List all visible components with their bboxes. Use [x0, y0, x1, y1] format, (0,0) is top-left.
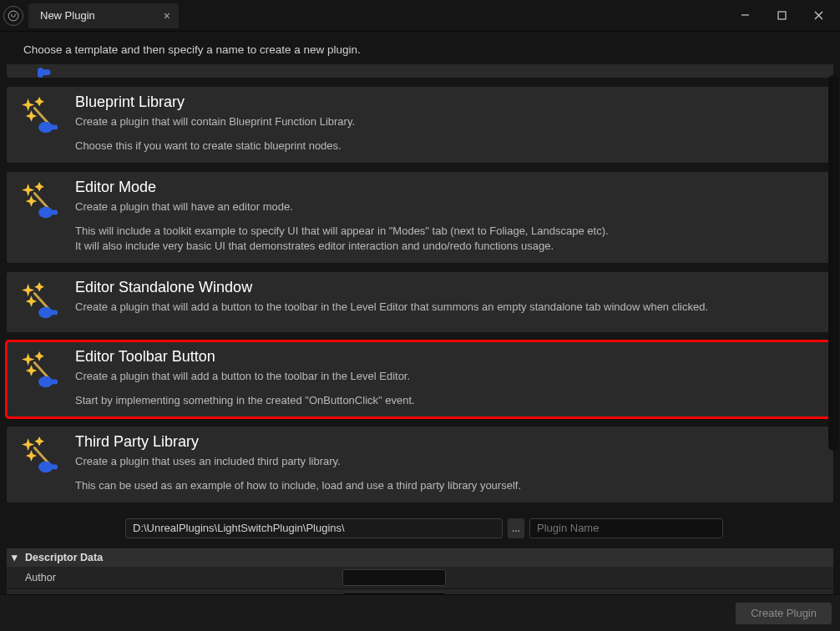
svg-marker-26	[34, 351, 44, 361]
svg-marker-32	[34, 437, 44, 447]
svg-marker-8	[34, 97, 44, 107]
close-button[interactable]	[800, 3, 837, 28]
browse-label: ...	[512, 522, 520, 534]
template-item-partial[interactable]	[7, 64, 833, 78]
wand-icon	[18, 279, 63, 324]
author-label: Author	[7, 572, 342, 583]
svg-rect-24	[51, 310, 58, 316]
template-item-editor-standalone-window[interactable]: Editor Standalone Window Create a plugin…	[7, 272, 833, 332]
wand-icon	[18, 348, 63, 409]
svg-rect-36	[51, 464, 58, 469]
tab-title: New Plugin	[40, 9, 95, 22]
descriptor-data-header[interactable]: ▾ Descriptor Data	[7, 548, 833, 567]
svg-marker-15	[26, 195, 37, 206]
section-label: Descriptor Data	[25, 552, 103, 563]
template-desc: Create a plugin that will have an editor…	[75, 199, 823, 215]
template-desc: Create a plugin that will contain Bluepr…	[75, 114, 823, 130]
wand-icon	[18, 179, 63, 255]
template-list: Blueprint Library Create a plugin that w…	[0, 64, 840, 502]
browse-button[interactable]: ...	[508, 518, 524, 538]
svg-marker-19	[22, 284, 34, 296]
svg-rect-18	[51, 209, 58, 215]
template-title: Blueprint Library	[75, 93, 823, 111]
path-name-row: ...	[0, 512, 840, 540]
plugin-path-input[interactable]	[125, 518, 503, 538]
window-controls	[726, 3, 837, 28]
maximize-button[interactable]	[763, 3, 800, 28]
template-desc: Create a plugin that will add a button t…	[75, 300, 823, 316]
app-logo-icon	[3, 6, 23, 26]
plugin-name-input[interactable]	[529, 518, 723, 538]
svg-marker-14	[34, 182, 44, 192]
svg-rect-2	[778, 12, 786, 19]
instruction-text: Choose a template and then specify a nam…	[0, 32, 840, 64]
author-row: Author	[7, 567, 833, 589]
create-plugin-label: Create Plugin	[751, 607, 817, 619]
svg-marker-25	[22, 353, 34, 366]
template-extra: Choose this if you want to create static…	[75, 139, 823, 154]
template-item-third-party-library[interactable]: Third Party Library Create a plugin that…	[7, 427, 833, 502]
svg-marker-33	[26, 450, 37, 461]
svg-marker-20	[34, 282, 44, 292]
template-title: Editor Standalone Window	[75, 279, 823, 296]
svg-point-0	[8, 11, 18, 21]
tab-close-icon[interactable]: ×	[164, 9, 170, 23]
svg-marker-31	[22, 438, 34, 451]
tab-new-plugin[interactable]: New Plugin ×	[28, 3, 179, 28]
template-extra: This will include a toolkit example to s…	[75, 224, 823, 255]
svg-marker-13	[22, 184, 34, 196]
template-item-blueprint-library[interactable]: Blueprint Library Create a plugin that w…	[7, 87, 833, 163]
template-extra: Start by implementing something in the c…	[75, 393, 823, 409]
template-item-editor-mode[interactable]: Editor Mode Create a plugin that will ha…	[7, 172, 833, 264]
svg-rect-12	[51, 125, 58, 130]
svg-marker-27	[26, 366, 37, 376]
footer: Create Plugin	[0, 594, 840, 631]
wand-icon	[18, 433, 63, 494]
svg-marker-21	[26, 296, 37, 307]
template-title: Editor Mode	[75, 179, 823, 196]
wand-icon	[18, 93, 63, 154]
template-title: Third Party Library	[75, 433, 823, 451]
chevron-down-icon: ▾	[12, 551, 20, 563]
create-plugin-button[interactable]: Create Plugin	[736, 603, 832, 624]
template-extra: This can be used as an example of how to…	[75, 478, 823, 494]
template-item-editor-toolbar-button[interactable]: Editor Toolbar Button Create a plugin th…	[7, 341, 833, 417]
svg-marker-9	[26, 110, 37, 121]
template-desc: Create a plugin that will add a button t…	[75, 369, 823, 385]
list-scrollbar[interactable]	[828, 75, 838, 451]
svg-marker-7	[22, 98, 34, 111]
titlebar: New Plugin ×	[0, 0, 840, 32]
template-title: Editor Toolbar Button	[75, 348, 823, 366]
svg-rect-30	[51, 380, 58, 385]
template-desc: Create a plugin that uses an included th…	[75, 454, 823, 470]
minimize-button[interactable]	[726, 3, 763, 28]
author-input[interactable]	[342, 569, 446, 586]
svg-rect-6	[41, 69, 51, 75]
